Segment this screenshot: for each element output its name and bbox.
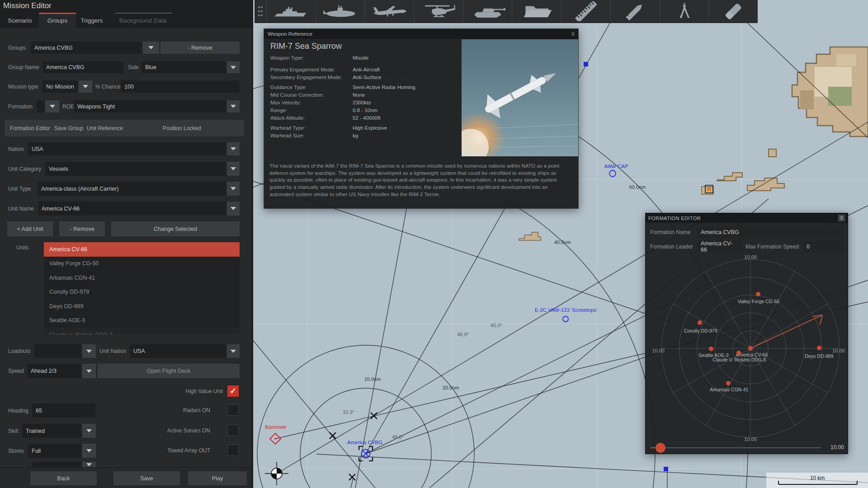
- speed-label: Speed: [8, 364, 24, 378]
- loadouts-select[interactable]: [34, 344, 81, 358]
- formation-editor-titlebar[interactable]: FORMATION EDITOR X: [646, 213, 848, 223]
- unit-type-dropdown-button[interactable]: [227, 182, 240, 196]
- groups-dropdown-button[interactable]: [143, 42, 159, 54]
- skill-label: Skill: [8, 424, 18, 438]
- add-aircraft-button[interactable]: [365, 0, 414, 23]
- range-label-40nm: 40.0nm: [554, 239, 571, 245]
- skill-dropdown-button[interactable]: [82, 424, 96, 438]
- erase-button[interactable]: [709, 0, 758, 23]
- formation-chart[interactable]: 10.00 10.00 10.00 10.00 America CV-66Val…: [646, 253, 849, 441]
- max-formation-speed-input[interactable]: 0: [803, 241, 844, 253]
- friendly-unit-square-top[interactable]: [584, 62, 588, 66]
- formation-ship-dot[interactable]: [817, 346, 821, 350]
- mission-type-dropdown-button[interactable]: [79, 80, 92, 93]
- barometr-label[interactable]: Barometr: [265, 424, 286, 430]
- unit-list-item[interactable]: Seattle AOE-3: [44, 314, 240, 328]
- slider-knob[interactable]: [656, 443, 665, 453]
- unit-name-dropdown-button[interactable]: [227, 202, 240, 216]
- remove-group-button[interactable]: - Remove: [160, 42, 240, 54]
- high-value-unit-checkbox[interactable]: [227, 385, 239, 397]
- formation-ship-dot[interactable]: [756, 292, 760, 296]
- tab-triggers[interactable]: Triggers: [78, 13, 106, 28]
- stores-select[interactable]: Full: [28, 444, 81, 458]
- slider-track[interactable]: [651, 447, 821, 448]
- change-selected-button[interactable]: Change Selected: [111, 221, 240, 236]
- roe-select[interactable]: Weapons Tight: [74, 100, 226, 113]
- submarine-icon: [320, 1, 360, 21]
- formation-dropdown-button[interactable]: [45, 100, 59, 113]
- group-action-bar: Formation Editor Save Group Unit Referen…: [5, 120, 244, 136]
- e2c-label[interactable]: E-2C VAW-123 'Screwtops': [535, 307, 597, 313]
- formation-course-arrow: [750, 315, 822, 348]
- add-unit-button[interactable]: + Add Unit: [7, 221, 53, 236]
- unit-category-dropdown-button[interactable]: [227, 162, 240, 176]
- formation-ship-dot[interactable]: [748, 346, 753, 351]
- loadouts-dropdown-button[interactable]: [82, 344, 96, 358]
- aaw-cap-label[interactable]: AAW CAP: [604, 164, 628, 169]
- radars-on-checkbox[interactable]: [227, 404, 239, 416]
- unit-nation-dropdown-button[interactable]: [227, 344, 240, 358]
- unit-list-item[interactable]: Arkansas CGN-41: [44, 271, 240, 285]
- add-helicopter-button[interactable]: [414, 0, 463, 23]
- remove-unit-button[interactable]: - Remove: [59, 221, 105, 236]
- unit-list-item[interactable]: Conolly DD-979: [44, 285, 240, 300]
- formation-ship-dot[interactable]: [726, 381, 731, 385]
- plot-course-button[interactable]: [660, 0, 709, 23]
- side-dropdown-button[interactable]: [227, 61, 240, 73]
- roe-dropdown-button[interactable]: [227, 100, 240, 113]
- add-warship-button[interactable]: [267, 0, 316, 23]
- formation-select[interactable]: [37, 100, 45, 113]
- open-flight-deck-button[interactable]: Open Flight Deck: [98, 364, 240, 378]
- close-icon[interactable]: X: [571, 31, 575, 37]
- save-group-button[interactable]: Save Group: [54, 120, 83, 136]
- close-icon[interactable]: X: [838, 215, 845, 221]
- nation-dropdown-button[interactable]: [227, 142, 240, 155]
- back-button[interactable]: Back: [30, 471, 97, 485]
- nation-select[interactable]: USA: [28, 142, 226, 155]
- unit-list-item-clipped[interactable]: Claude V. Rickets DDG-5: [44, 328, 240, 335]
- unit-name-select[interactable]: America CV-66: [38, 202, 226, 216]
- speed-select[interactable]: Ahead 2/3: [27, 364, 81, 378]
- skill-select[interactable]: Trained: [22, 424, 81, 438]
- formation-leader-select[interactable]: America CV-66: [697, 241, 742, 253]
- formation-name-input[interactable]: America CVBG: [697, 226, 844, 238]
- formation-editor-button[interactable]: Formation Editor: [10, 120, 50, 136]
- speed-dropdown-button[interactable]: [82, 364, 96, 378]
- america-cvbg-label[interactable]: America CVBG: [347, 440, 382, 445]
- draw-button[interactable]: [611, 0, 660, 23]
- toolbar-drag-handle-icon[interactable]: [255, 0, 267, 23]
- position-locked-toggle[interactable]: Position Locked: [163, 120, 201, 136]
- save-button[interactable]: Save: [113, 471, 180, 485]
- active-sonars-checkbox[interactable]: [227, 425, 239, 436]
- groups-select[interactable]: America CVBG: [31, 42, 142, 54]
- weapon-reference-titlebar[interactable]: Weapon Reference X: [264, 29, 578, 39]
- heading-input[interactable]: 65: [32, 404, 95, 418]
- unit-category-select[interactable]: Vessels: [45, 162, 226, 176]
- formation-range-slider[interactable]: 10.00: [646, 441, 849, 455]
- chance-input[interactable]: 100: [121, 80, 240, 93]
- stores-dropdown-button[interactable]: [82, 444, 96, 458]
- unit-reference-button[interactable]: Unit Reference: [87, 120, 123, 136]
- formation-ship-dot[interactable]: [698, 320, 702, 325]
- spec-label: Mid Course Correction:: [270, 92, 353, 98]
- unit-nation-select[interactable]: USA: [130, 344, 226, 358]
- range-label-20nm: 20.0nm: [443, 385, 459, 390]
- play-button[interactable]: Play: [188, 471, 247, 485]
- group-name-input[interactable]: America CVBG: [42, 61, 123, 73]
- add-submarine-button[interactable]: [316, 0, 365, 23]
- towed-array-checkbox[interactable]: [227, 445, 239, 456]
- open-file-button[interactable]: [512, 0, 561, 23]
- tab-scenario[interactable]: Scenario: [4, 13, 36, 28]
- tab-groups[interactable]: Groups: [39, 13, 76, 28]
- side-select[interactable]: Blue: [142, 61, 226, 73]
- measure-button[interactable]: [561, 0, 611, 23]
- add-tank-button[interactable]: [463, 0, 513, 23]
- unit-type-select[interactable]: America-class (Aircraft Carrier): [38, 182, 226, 196]
- friendly-unit-square-bottom[interactable]: [664, 467, 668, 471]
- unit-list-item[interactable]: Valley Forge CG-50: [44, 257, 240, 271]
- tab-background-data[interactable]: Background Data: [113, 13, 173, 28]
- background-data-tab-bar: [115, 13, 172, 14]
- unit-list-item-selected[interactable]: America CV-66: [44, 242, 240, 257]
- mission-type-select[interactable]: No Mission: [42, 80, 78, 93]
- unit-list-item[interactable]: Deyo DD-989: [44, 299, 240, 314]
